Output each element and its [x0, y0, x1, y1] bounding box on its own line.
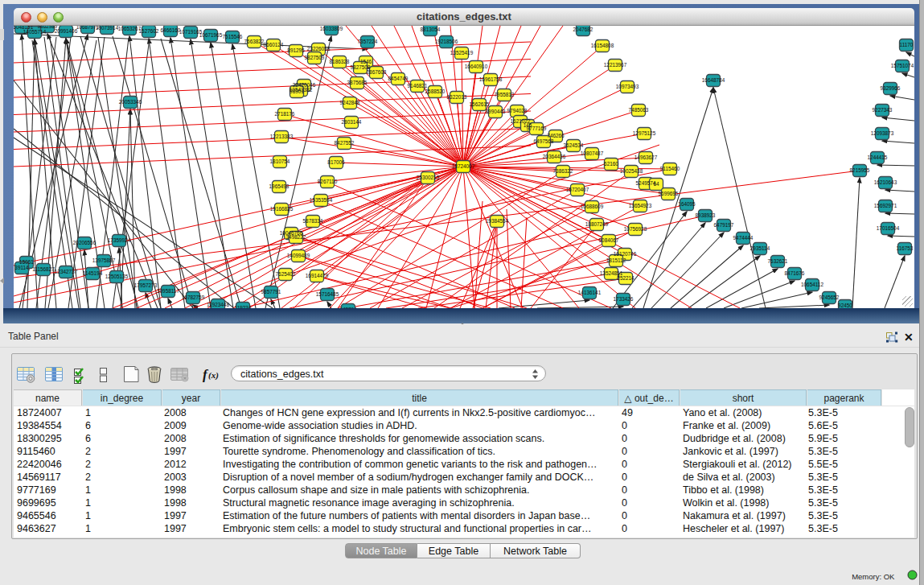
- svg-text:1733426: 1733426: [614, 296, 634, 302]
- svg-text:9827509: 9827509: [305, 55, 325, 60]
- svg-text:2803144: 2803144: [342, 119, 362, 125]
- svg-text:2047682: 2047682: [573, 27, 593, 32]
- svg-text:8186328: 8186328: [330, 59, 350, 64]
- svg-text:14055714: 14055714: [23, 29, 47, 35]
- svg-text:16120746: 16120746: [614, 251, 637, 257]
- svg-text:25300215: 25300215: [417, 175, 440, 180]
- svg-text:14136141: 14136141: [578, 290, 602, 295]
- svg-text:19384554: 19384554: [486, 218, 509, 224]
- svg-text:6479197: 6479197: [714, 222, 734, 228]
- svg-text:12213383: 12213383: [270, 134, 294, 139]
- svg-text:8471676: 8471676: [785, 270, 805, 276]
- svg-text:15353594: 15353594: [310, 197, 333, 203]
- svg-text:1244415: 1244415: [868, 154, 888, 160]
- svg-text:9777169: 9777169: [527, 126, 547, 131]
- svg-text:10973493: 10973493: [616, 84, 639, 89]
- svg-text:9794028: 9794028: [507, 108, 528, 113]
- svg-text:10653267: 10653267: [118, 26, 142, 31]
- svg-text:18807249: 18807249: [585, 221, 609, 227]
- svg-text:17957273: 17957273: [134, 282, 158, 288]
- svg-text:14963627: 14963627: [634, 154, 658, 160]
- svg-text:17359924: 17359924: [108, 237, 131, 243]
- svg-text:16961758: 16961758: [479, 76, 503, 82]
- svg-text:8660124: 8660124: [264, 42, 284, 47]
- svg-text:3875685: 3875685: [347, 80, 368, 85]
- svg-text:15716485: 15716485: [316, 291, 339, 297]
- svg-text:8454749: 8454749: [388, 76, 409, 81]
- svg-text:116753: 116753: [897, 245, 914, 251]
- svg-text:8215955: 8215955: [850, 167, 870, 173]
- svg-text:10654112: 10654112: [801, 282, 823, 287]
- svg-text:1546: 1546: [360, 59, 372, 64]
- svg-text:119234: 119234: [235, 305, 252, 308]
- svg-text:13654923: 13654923: [629, 203, 652, 208]
- svg-text:10671965: 10671965: [199, 32, 223, 38]
- svg-text:12093873: 12093873: [871, 130, 894, 136]
- svg-text:13975887: 13975887: [92, 257, 116, 263]
- svg-text:9146821: 9146821: [408, 83, 428, 89]
- svg-text:12505135: 12505135: [105, 274, 129, 279]
- svg-text:9227343: 9227343: [873, 107, 893, 113]
- svg-text:14099489: 14099489: [287, 253, 310, 258]
- svg-text:1562615: 1562615: [470, 101, 490, 107]
- svg-text:19166825: 19166825: [270, 206, 294, 212]
- svg-text:10807487: 10807487: [581, 150, 604, 156]
- svg-text:164095: 164095: [678, 201, 696, 207]
- svg-text:20053346: 20053346: [119, 99, 142, 105]
- svg-text:7485063: 7485063: [629, 107, 649, 113]
- svg-text:64: 64: [653, 181, 659, 187]
- svg-text:817006: 817006: [327, 159, 345, 165]
- svg-text:9857791: 9857791: [261, 289, 281, 295]
- svg-text:16914479: 16914479: [306, 273, 329, 278]
- svg-text:10756928: 10756928: [624, 226, 647, 232]
- svg-text:2935114: 2935114: [750, 245, 770, 251]
- svg-text:8813054: 8813054: [421, 27, 441, 32]
- svg-text:98901: 98901: [290, 89, 304, 94]
- svg-text:15751074: 15751074: [891, 63, 914, 68]
- svg-text:20991406: 20991406: [55, 28, 78, 34]
- svg-text:3624534: 3624534: [564, 142, 584, 148]
- svg-text:7632621: 7632621: [768, 258, 788, 264]
- svg-text:23226058: 23226058: [307, 46, 331, 51]
- svg-text:1527602: 1527602: [139, 28, 159, 34]
- svg-text:15692971: 15692971: [874, 203, 897, 208]
- svg-text:7663822: 7663822: [244, 39, 265, 44]
- svg-text:11923448: 11923448: [207, 302, 229, 307]
- svg-text:2588520: 2588520: [425, 89, 446, 94]
- svg-text:62160: 62160: [604, 161, 618, 167]
- svg-text:8938923: 8938923: [696, 212, 716, 218]
- svg-text:2867608: 2867608: [367, 69, 387, 75]
- svg-text:7357224: 7357224: [358, 39, 378, 44]
- svg-text:12342737: 12342737: [55, 269, 78, 274]
- svg-text:16210643: 16210643: [874, 179, 897, 185]
- svg-text:16648784: 16648784: [702, 77, 725, 83]
- svg-text:39114: 39114: [14, 265, 29, 270]
- svg-text:10958117: 10958117: [157, 288, 179, 294]
- svg-text:15061: 15061: [19, 259, 34, 265]
- svg-text:7386322: 7386322: [553, 168, 573, 174]
- svg-text:13525419: 13525419: [450, 50, 474, 56]
- svg-text:6497568: 6497568: [534, 138, 554, 144]
- svg-text:16033809: 16033809: [320, 26, 343, 31]
- svg-text:6466160: 6466160: [161, 27, 181, 33]
- svg-text:3498222: 3498222: [286, 234, 306, 240]
- svg-text:746266: 746266: [547, 133, 565, 138]
- svg-text:7625402: 7625402: [276, 271, 296, 277]
- svg-text:252214: 252214: [617, 275, 634, 281]
- svg-text:1965498: 1965498: [269, 183, 290, 189]
- svg-text:7515546: 7515546: [223, 34, 243, 39]
- svg-text:16782759: 16782759: [182, 295, 205, 300]
- svg-text:1815112: 1815112: [606, 257, 626, 263]
- svg-text:12213967: 12213967: [604, 62, 627, 68]
- svg-text:9115460: 9115460: [660, 166, 680, 171]
- svg-text:10688609: 10688609: [581, 204, 604, 209]
- svg-text:9245652: 9245652: [819, 295, 840, 300]
- svg-text:11156827: 11156827: [32, 266, 55, 272]
- svg-text:8427552: 8427552: [335, 140, 355, 146]
- svg-text:8990443: 8990443: [486, 109, 506, 114]
- svg-text:1810754: 1810754: [270, 159, 290, 164]
- svg-text:92450: 92450: [838, 303, 852, 308]
- svg-text:17016504: 17016504: [877, 225, 900, 231]
- svg-text:8267110: 8267110: [318, 179, 338, 184]
- svg-text:19073914: 19073914: [96, 26, 119, 31]
